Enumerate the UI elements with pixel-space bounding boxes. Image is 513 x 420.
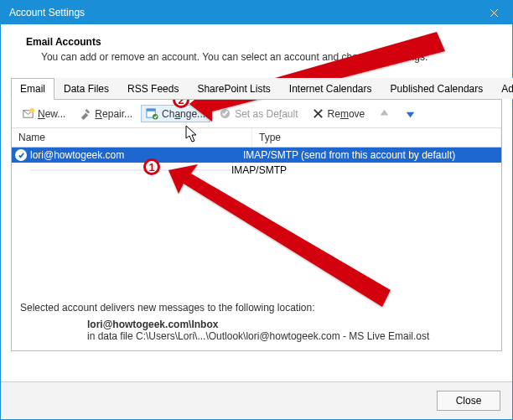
window-title: Account Settings — [9, 7, 475, 18]
default-account-icon — [15, 149, 27, 161]
svg-rect-5 — [147, 109, 155, 111]
tab-sharepoint-lists[interactable]: SharePoint Lists — [188, 78, 279, 99]
repair-icon — [79, 107, 91, 120]
close-button[interactable]: Close — [437, 391, 500, 411]
svg-point-3 — [29, 108, 34, 113]
arrow-down-icon — [404, 107, 417, 120]
account-list: lori@howtogeek.com IMAP/SMTP (send from … — [12, 148, 501, 178]
tab-data-files[interactable]: Data Files — [54, 78, 118, 99]
tab-rss-feeds[interactable]: RSS Feeds — [118, 78, 188, 99]
toolbar-remove-button[interactable]: Remove — [307, 105, 370, 122]
header-subtext: You can add or remove an account. You ca… — [41, 51, 495, 63]
change-icon — [146, 107, 158, 120]
delivery-location-info: Selected account delivers new messages t… — [20, 302, 493, 342]
tab-email[interactable]: Email — [11, 78, 54, 100]
toolbar-new-button[interactable]: New... — [17, 105, 70, 122]
account-type: IMAP/SMTP — [231, 164, 498, 176]
tab-strip: Email Data Files RSS Feeds SharePoint Li… — [11, 78, 502, 100]
close-window-button[interactable] — [475, 1, 512, 24]
svg-point-6 — [153, 114, 158, 120]
account-row[interactable]: lori@howtogeek.com IMAP/SMTP (send from … — [12, 148, 501, 163]
cursor-icon — [185, 125, 199, 143]
account-name — [30, 169, 231, 171]
tab-body: New... Repair... Change... Set as Defaul… — [11, 100, 502, 351]
toolbar-set-default-button: Set as Default — [214, 105, 303, 122]
dialog-button-bar: Close — [1, 381, 512, 419]
new-icon — [22, 107, 34, 120]
column-type[interactable]: Type — [252, 128, 501, 147]
dialog-header: Email Accounts You can add or remove an … — [1, 24, 512, 71]
delivery-intro: Selected account delivers new messages t… — [20, 302, 493, 314]
delivery-folder: lori@howtogeek.com\Inbox — [87, 319, 218, 330]
default-icon — [219, 107, 231, 120]
close-icon — [490, 8, 499, 18]
annotation-step-1: 1 — [143, 158, 160, 175]
tab-internet-calendars[interactable]: Internet Calendars — [280, 78, 381, 99]
toolbar-move-up-button — [373, 105, 396, 122]
header-heading: Email Accounts — [26, 36, 495, 48]
account-type: IMAP/SMTP (send from this account by def… — [243, 149, 498, 161]
remove-icon — [312, 107, 324, 120]
tab-published-calendars[interactable]: Published Calendars — [381, 78, 493, 99]
account-settings-dialog: Account Settings Email Accounts You can … — [0, 0, 513, 420]
toolbar-change-button[interactable]: Change... — [141, 105, 210, 122]
toolbar: New... Repair... Change... Set as Defaul… — [12, 100, 501, 128]
account-row[interactable]: IMAP/SMTP — [12, 163, 501, 178]
tab-container: Email Data Files RSS Feeds SharePoint Li… — [11, 78, 502, 381]
titlebar: Account Settings — [1, 1, 512, 24]
tab-address-books[interactable]: Address Books — [492, 78, 513, 99]
delivery-datafile: in data file C:\Users\Lori\...\Outlook\l… — [87, 330, 493, 342]
account-name: lori@howtogeek.com — [30, 149, 243, 161]
list-header: Name Type — [12, 128, 501, 148]
arrow-up-icon — [378, 107, 391, 120]
toolbar-move-down-button[interactable] — [399, 105, 422, 122]
column-name[interactable]: Name — [12, 128, 252, 147]
toolbar-repair-button[interactable]: Repair... — [74, 105, 137, 122]
